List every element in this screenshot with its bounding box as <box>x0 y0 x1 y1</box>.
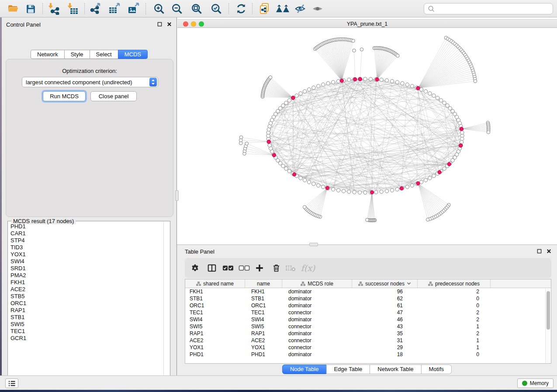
tab-edge-table[interactable]: Edge Table <box>326 364 370 374</box>
table-row[interactable]: PHD1PHD1dominator180 <box>185 351 545 358</box>
cell-successor-nodes[interactable]: 46 <box>352 316 418 323</box>
result-node[interactable]: GCR1 <box>10 335 163 342</box>
tab-motifs[interactable]: Motifs <box>421 364 452 374</box>
table-scrollbar-thumb[interactable] <box>547 291 550 330</box>
cell-mcds-role[interactable]: connector <box>282 309 352 316</box>
close-panel-button[interactable] <box>166 21 172 27</box>
cell-shared-name[interactable]: TEC1 <box>185 309 245 316</box>
tab-select[interactable]: Select <box>90 50 118 59</box>
table-scrollbar[interactable] <box>545 289 550 363</box>
result-node[interactable]: STB1 <box>10 314 163 321</box>
cell-mcds-role[interactable]: dominator <box>282 303 352 309</box>
cell-shared-name[interactable]: SWI4 <box>185 316 245 323</box>
cell-predecessor-nodes[interactable]: 1 <box>418 323 491 330</box>
float-table-panel-button[interactable] <box>536 248 542 254</box>
optimization-criterion-select[interactable]: largest connected component (undirected) <box>22 77 158 87</box>
cell-successor-nodes[interactable]: 31 <box>352 337 418 344</box>
tab-network-table[interactable]: Network Table <box>370 364 421 374</box>
cell-mcds-role[interactable]: dominator <box>282 351 352 358</box>
cell-name[interactable]: RAP1 <box>245 330 282 337</box>
hide-selected-button[interactable] <box>293 2 307 15</box>
cell-predecessor-nodes[interactable]: 1 <box>418 337 491 344</box>
table-row[interactable]: SWI5SWI5connector431 <box>185 323 545 330</box>
column-header-successor-nodes[interactable]: successor nodes <box>352 279 418 288</box>
export-image-button[interactable] <box>127 2 141 15</box>
cell-name[interactable]: SWI4 <box>245 316 282 323</box>
close-table-panel-button[interactable] <box>546 248 552 254</box>
cell-name[interactable]: YOX1 <box>245 344 282 351</box>
cell-shared-name[interactable]: ACE2 <box>185 337 245 344</box>
cell-successor-nodes[interactable]: 61 <box>352 303 418 309</box>
cell-successor-nodes[interactable]: 29 <box>352 344 418 351</box>
cell-mcds-role[interactable]: dominator <box>282 289 352 295</box>
show-columns-button[interactable] <box>206 263 218 273</box>
export-network-button[interactable] <box>88 2 102 15</box>
tab-node-table[interactable]: Node Table <box>282 364 327 374</box>
cell-shared-name[interactable]: PHD1 <box>185 351 245 358</box>
cell-shared-name[interactable]: FKH1 <box>185 289 245 295</box>
cell-shared-name[interactable]: RAP1 <box>185 330 245 337</box>
table-row[interactable]: ACE2ACE2connector311 <box>185 337 545 344</box>
cell-mcds-role[interactable]: connector <box>282 344 352 351</box>
result-node[interactable]: ORC1 <box>10 300 163 307</box>
network-graph[interactable] <box>177 28 557 244</box>
network-canvas[interactable] <box>177 28 557 244</box>
refresh-button[interactable] <box>234 2 248 15</box>
cell-predecessor-nodes[interactable]: 2 <box>418 316 491 323</box>
cell-name[interactable]: TEC1 <box>245 309 282 316</box>
cell-successor-nodes[interactable]: 35 <box>352 330 418 337</box>
panel-menu-button[interactable] <box>5 378 18 388</box>
cell-mcds-role[interactable]: connector <box>282 323 352 330</box>
delete-column-button[interactable] <box>270 263 282 273</box>
mcds-result-list[interactable]: PHD1CAR1STP4TID3YOX1SWI4SRD1PMA2FKH1ACE2… <box>10 223 163 381</box>
clone-network-button[interactable] <box>258 2 272 15</box>
result-node[interactable]: SWI4 <box>10 258 163 265</box>
cell-name[interactable]: ORC1 <box>245 303 282 309</box>
result-node[interactable]: TID3 <box>10 244 163 251</box>
cell-shared-name[interactable]: YOX1 <box>185 344 245 351</box>
network-titlebar[interactable]: YPA_prune.txt_1 <box>177 19 557 28</box>
list-scrollbar[interactable] <box>163 222 164 382</box>
cell-shared-name[interactable]: ORC1 <box>185 303 245 309</box>
result-node[interactable]: TEC1 <box>10 328 163 335</box>
tab-network[interactable]: Network <box>31 50 65 59</box>
cell-predecessor-nodes[interactable]: 2 <box>418 309 491 316</box>
cell-successor-nodes[interactable]: 62 <box>352 296 418 302</box>
cell-name[interactable]: ACE2 <box>245 337 282 344</box>
column-header-predecessor-nodes[interactable]: predecessor nodes <box>418 279 491 288</box>
open-file-button[interactable] <box>6 2 20 15</box>
select-all-button[interactable] <box>222 263 234 273</box>
cell-name[interactable]: FKH1 <box>245 289 282 295</box>
search-box[interactable] <box>424 3 553 14</box>
show-all-button[interactable] <box>311 2 325 15</box>
cell-shared-name[interactable]: STB1 <box>185 296 245 302</box>
cell-predecessor-nodes[interactable]: 0 <box>418 296 491 302</box>
float-panel-button[interactable] <box>157 21 163 27</box>
search-input[interactable] <box>437 6 553 12</box>
table-row[interactable]: RAP1RAP1dominator352 <box>185 330 545 337</box>
memory-button[interactable]: Memory <box>517 378 554 388</box>
vertical-splitter-handle[interactable] <box>175 190 179 201</box>
result-node[interactable]: ACE2 <box>10 286 163 293</box>
run-mcds-button[interactable]: Run MCDS <box>43 91 86 101</box>
table-settings-button[interactable] <box>189 263 201 273</box>
result-node[interactable]: SRD1 <box>10 265 163 272</box>
table-row[interactable]: FKH1FKH1dominator962 <box>185 288 545 295</box>
cell-name[interactable]: STB1 <box>245 296 282 302</box>
zoom-in-button[interactable] <box>152 2 166 15</box>
import-table-button[interactable] <box>66 2 80 15</box>
result-node[interactable]: RAP1 <box>10 307 163 314</box>
cell-predecessor-nodes[interactable]: 0 <box>418 351 491 358</box>
first-neighbors-button[interactable] <box>276 2 290 15</box>
tab-mcds[interactable]: MCDS <box>118 50 148 59</box>
result-node[interactable]: YOX1 <box>10 251 163 258</box>
tab-style[interactable]: Style <box>64 50 90 59</box>
result-node[interactable]: STB5 <box>10 293 163 300</box>
result-node[interactable]: SWI5 <box>10 321 163 328</box>
table-row[interactable]: ORC1ORC1dominator610 <box>185 302 545 309</box>
result-node[interactable]: FKH1 <box>10 279 163 286</box>
cell-predecessor-nodes[interactable]: 0 <box>418 303 491 309</box>
save-session-button[interactable] <box>24 2 38 15</box>
cell-predecessor-nodes[interactable]: 2 <box>418 289 491 295</box>
cell-mcds-role[interactable]: dominator <box>282 316 352 323</box>
